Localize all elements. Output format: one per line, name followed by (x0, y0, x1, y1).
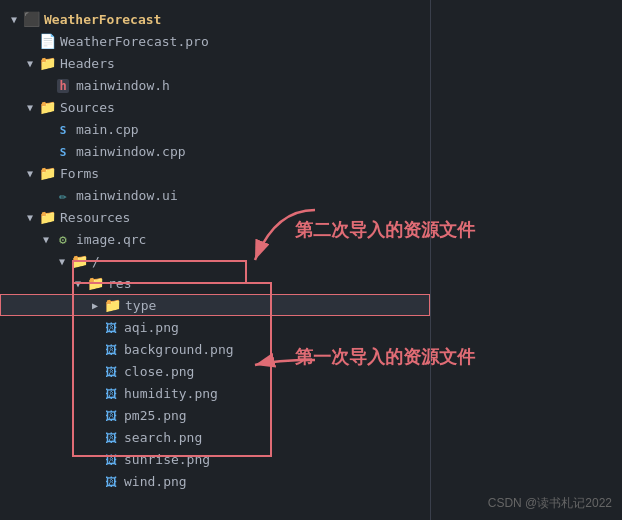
tree-label-mainwindow-h: mainwindow.h (76, 78, 170, 93)
tree-icon-mainwindow-ui: ✏ (54, 186, 72, 204)
tree-label-weatherforecast-pro: WeatherForecast.pro (60, 34, 209, 49)
tree-label-sunrise-png: sunrise.png (124, 452, 210, 467)
tree-icon-sources: 📁 (38, 98, 56, 116)
watermark: CSDN @读书札记2022 (488, 495, 612, 512)
tree-item-humidity-png[interactable]: 🖼humidity.png (0, 382, 430, 404)
tree-label-type: type (125, 298, 156, 313)
tree-label-sources: Sources (60, 100, 115, 115)
tree-arrow-weatherforecast[interactable] (6, 14, 22, 25)
tree-icon-search-png: 🖼 (102, 428, 120, 446)
tree-arrow-type[interactable] (87, 300, 103, 311)
tree-icon-mainwindow-cpp: S (54, 142, 72, 160)
tree-label-mainwindow-ui: mainwindow.ui (76, 188, 178, 203)
tree-label-mainwindow-cpp: mainwindow.cpp (76, 144, 186, 159)
tree-icon-resources: 📁 (38, 208, 56, 226)
tree-item-weatherforecast[interactable]: ⬛WeatherForecast (0, 8, 430, 30)
tree-item-background-png[interactable]: 🖼background.png (0, 338, 430, 360)
tree-icon-type: 📁 (103, 296, 121, 314)
tree-item-image-qrc[interactable]: ⚙image.qrc (0, 228, 430, 250)
tree-item-slash[interactable]: 📁/ (0, 250, 430, 272)
tree-item-pm25-png[interactable]: 🖼pm25.png (0, 404, 430, 426)
tree-item-res[interactable]: 📁res (0, 272, 430, 294)
tree-label-pm25-png: pm25.png (124, 408, 187, 423)
tree-item-mainwindow-h[interactable]: hmainwindow.h (0, 74, 430, 96)
tree-label-humidity-png: humidity.png (124, 386, 218, 401)
tree-item-weatherforecast-pro[interactable]: 📄WeatherForecast.pro (0, 30, 430, 52)
tree-label-main-cpp: main.cpp (76, 122, 139, 137)
tree-icon-mainwindow-h: h (54, 76, 72, 94)
tree-label-slash: / (92, 254, 100, 269)
tree-icon-sunrise-png: 🖼 (102, 450, 120, 468)
tree-item-mainwindow-cpp[interactable]: Smainwindow.cpp (0, 140, 430, 162)
tree-icon-forms: 📁 (38, 164, 56, 182)
panel-divider (430, 0, 431, 520)
tree-arrow-image-qrc[interactable] (38, 234, 54, 245)
tree-label-forms: Forms (60, 166, 99, 181)
tree-item-wind-png[interactable]: 🖼wind.png (0, 470, 430, 492)
tree-icon-humidity-png: 🖼 (102, 384, 120, 402)
tree-icon-background-png: 🖼 (102, 340, 120, 358)
tree-label-aqi-png: aqi.png (124, 320, 179, 335)
tree-item-type[interactable]: 📁type (0, 294, 430, 316)
tree-icon-aqi-png: 🖼 (102, 318, 120, 336)
tree-icon-image-qrc: ⚙ (54, 230, 72, 248)
tree-item-aqi-png[interactable]: 🖼aqi.png (0, 316, 430, 338)
tree-arrow-res[interactable] (70, 278, 86, 289)
tree-icon-headers: 📁 (38, 54, 56, 72)
tree-item-headers[interactable]: 📁Headers (0, 52, 430, 74)
tree-icon-slash: 📁 (70, 252, 88, 270)
tree-item-mainwindow-ui[interactable]: ✏mainwindow.ui (0, 184, 430, 206)
tree-label-wind-png: wind.png (124, 474, 187, 489)
tree-item-forms[interactable]: 📁Forms (0, 162, 430, 184)
tree-item-close-png[interactable]: 🖼close.png (0, 360, 430, 382)
tree-label-resources: Resources (60, 210, 130, 225)
tree-icon-weatherforecast: ⬛ (22, 10, 40, 28)
file-tree: ⬛WeatherForecast📄WeatherForecast.pro📁Hea… (0, 0, 430, 520)
tree-item-sources[interactable]: 📁Sources (0, 96, 430, 118)
tree-icon-res: 📁 (86, 274, 104, 292)
tree-item-sunrise-png[interactable]: 🖼sunrise.png (0, 448, 430, 470)
tree-item-main-cpp[interactable]: Smain.cpp (0, 118, 430, 140)
tree-icon-pm25-png: 🖼 (102, 406, 120, 424)
tree-label-search-png: search.png (124, 430, 202, 445)
tree-arrow-resources[interactable] (22, 212, 38, 223)
tree-label-res: res (108, 276, 131, 291)
tree-arrow-headers[interactable] (22, 58, 38, 69)
tree-label-close-png: close.png (124, 364, 194, 379)
tree-label-image-qrc: image.qrc (76, 232, 146, 247)
tree-arrow-slash[interactable] (54, 256, 70, 267)
tree-arrow-sources[interactable] (22, 102, 38, 113)
tree-icon-close-png: 🖼 (102, 362, 120, 380)
tree-icon-weatherforecast-pro: 📄 (38, 32, 56, 50)
tree-arrow-forms[interactable] (22, 168, 38, 179)
tree-item-search-png[interactable]: 🖼search.png (0, 426, 430, 448)
tree-label-weatherforecast: WeatherForecast (44, 12, 161, 27)
tree-label-background-png: background.png (124, 342, 234, 357)
tree-icon-wind-png: 🖼 (102, 472, 120, 490)
tree-icon-main-cpp: S (54, 120, 72, 138)
tree-label-headers: Headers (60, 56, 115, 71)
tree-item-resources[interactable]: 📁Resources (0, 206, 430, 228)
